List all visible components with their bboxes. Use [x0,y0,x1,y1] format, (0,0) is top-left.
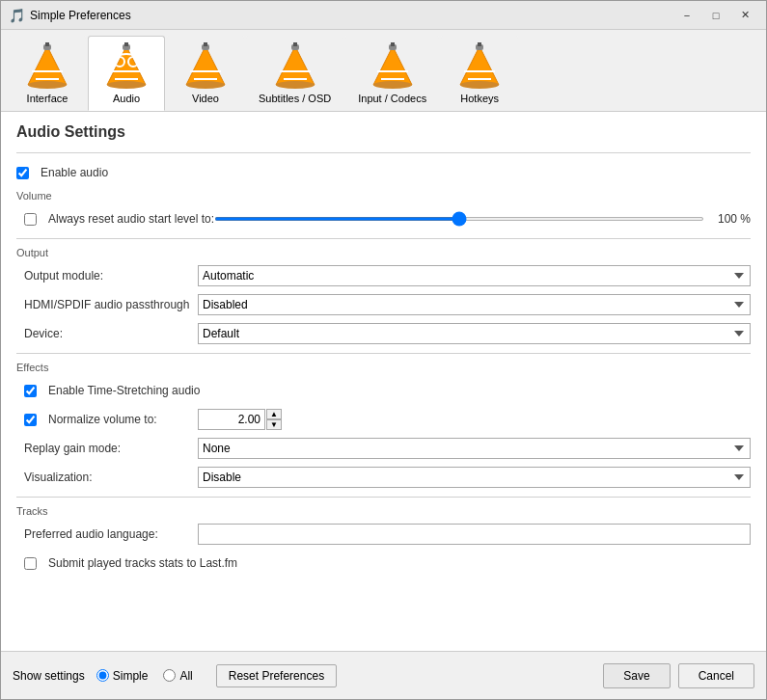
subtitles-icon [272,42,318,89]
tab-audio-label: Audio [113,93,140,104]
cancel-button[interactable]: Cancel [678,663,754,688]
effects-section-label: Effects [16,362,751,373]
action-buttons: Save Cancel [603,663,754,688]
hdmi-field: Disabled Enabled [198,294,751,315]
normalize-input[interactable] [198,409,265,430]
tab-subtitles-label: Subtitles / OSD [259,93,331,104]
output-section-label: Output [16,247,751,258]
simple-radio-label: Simple [113,669,149,683]
device-select[interactable]: Default [198,323,751,344]
window-title: Simple Preferences [30,9,673,22]
minimize-button[interactable]: − [673,5,700,26]
visualization-select[interactable]: Disable Spectrometer Scope VU Meter Wave… [198,467,751,488]
volume-section-label: Volume [16,190,751,202]
tab-input[interactable]: Input / Codecs [345,36,439,111]
tab-hotkeys-label: Hotkeys [460,93,499,104]
enable-audio-checkbox[interactable] [16,167,29,179]
tab-video[interactable]: Video [167,36,244,111]
spinbox-down-button[interactable]: ▼ [266,419,282,430]
interface-icon [24,42,70,89]
svg-rect-29 [391,42,395,46]
video-icon [182,42,229,89]
svg-rect-3 [45,42,49,46]
main-window: 🎵 Simple Preferences − □ ✕ Interface [0,0,767,700]
replay-gain-row: Replay gain mode: None Track Album [16,437,751,460]
normalize-checkbox[interactable] [24,414,37,426]
close-button[interactable]: ✕ [731,5,758,26]
separator-effects [16,353,751,354]
preferred-lang-row: Preferred audio language: [16,523,751,546]
maximize-button[interactable]: □ [702,5,729,26]
always-reset-label: Always reset audio start level to: [24,212,214,226]
show-settings-label: Show settings [13,669,85,683]
hdmi-select[interactable]: Disabled Enabled [198,294,751,315]
tab-audio[interactable]: Audio [88,36,165,111]
device-row: Device: Default [16,322,751,345]
tracks-section-label: Tracks [16,505,751,517]
all-radio-item[interactable]: All [163,669,196,683]
replay-gain-field: None Track Album [198,438,751,459]
normalize-label: Normalize volume to: [24,413,198,426]
bottom-bar: Show settings Simple All Reset Preferenc… [1,651,766,699]
preferred-lang-input[interactable] [198,524,751,545]
enable-audio-row: Enable audio [16,161,751,184]
output-module-label: Output module: [24,269,198,283]
submit-stats-row: Submit played tracks stats to Last.fm [16,552,751,575]
svg-point-33 [460,81,499,89]
output-module-select[interactable]: Automatic DirectSound audio output Windo… [198,265,751,286]
nav-tabs: Interface Audio [1,30,766,111]
simple-radio[interactable] [96,669,109,682]
tab-subtitles[interactable]: Subtitles / OSD [246,36,343,111]
all-radio-label: All [179,669,192,683]
title-bar: 🎵 Simple Preferences − □ ✕ [1,1,766,30]
save-button[interactable]: Save [603,663,670,688]
tab-hotkeys[interactable]: Hotkeys [441,36,518,111]
separator-top [16,152,751,153]
app-icon: 🎵 [9,8,24,23]
simple-radio-item[interactable]: Simple [96,669,152,683]
hdmi-label: HDMI/SPDIF audio passthrough [24,298,198,311]
replay-gain-label: Replay gain mode: [24,442,198,455]
output-module-field: Automatic DirectSound audio output Windo… [198,265,751,286]
svg-point-1 [28,81,67,89]
spinbox-up-button[interactable]: ▲ [266,409,282,419]
visualization-field: Disable Spectrometer Scope VU Meter Wave… [198,467,751,488]
all-radio[interactable] [163,669,176,682]
input-icon [370,42,416,89]
volume-slider[interactable] [214,217,704,221]
main-content: Audio Settings Enable audio Volume Alway… [1,111,766,651]
settings-radio-group: Simple All [96,669,197,683]
hdmi-row: HDMI/SPDIF audio passthrough Disabled En… [16,293,751,316]
time-stretching-row: Enable Time-Stretching audio [16,379,751,402]
device-field: Default [198,323,751,344]
spinbox-buttons: ▲ ▼ [266,409,282,430]
reset-preferences-button[interactable]: Reset Preferences [216,664,337,687]
svg-point-7 [107,81,146,89]
separator-output [16,238,751,239]
preferred-lang-field [198,524,751,545]
submit-stats-label: Submit played tracks stats to Last.fm [24,556,237,570]
output-module-row: Output module: Automatic DirectSound aud… [16,264,751,287]
always-reset-checkbox[interactable] [24,213,37,226]
visualization-label: Visualization: [24,471,198,484]
page-title: Audio Settings [16,123,751,141]
time-stretching-checkbox[interactable] [24,385,37,397]
show-settings-group: Show settings Simple All Reset Preferenc… [13,664,337,687]
submit-stats-checkbox[interactable] [24,557,37,570]
enable-audio-label: Enable audio [16,166,190,179]
svg-rect-23 [293,42,297,46]
svg-point-21 [276,81,315,89]
svg-rect-35 [478,42,481,46]
volume-reset-row: Always reset audio start level to: 100 % [16,207,751,230]
tab-input-label: Input / Codecs [358,93,426,104]
svg-point-27 [373,81,412,89]
preferred-lang-label: Preferred audio language: [24,527,198,541]
normalize-row: Normalize volume to: ▲ ▼ [16,408,751,431]
replay-gain-select[interactable]: None Track Album [198,438,751,459]
tab-video-label: Video [192,93,219,104]
normalize-spinbox: ▲ ▼ [198,409,294,430]
audio-icon [103,42,150,89]
tab-interface[interactable]: Interface [9,36,86,111]
tab-interface-label: Interface [27,93,68,104]
hotkeys-icon [456,42,503,89]
